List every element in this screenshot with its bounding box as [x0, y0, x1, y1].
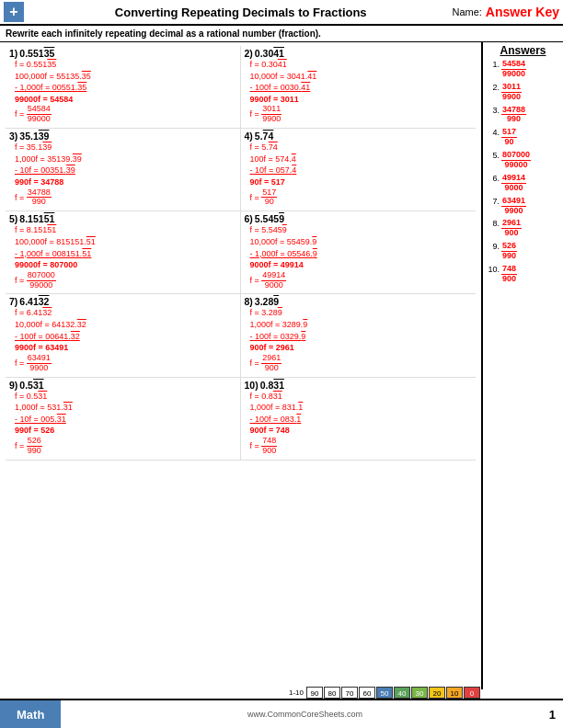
prob-5-steps: f = 8.15151 100,000f = 815151.51 - 1,000…: [15, 224, 236, 290]
prob-5-num: 5): [9, 213, 17, 224]
answer-8-denom: 900: [504, 229, 520, 238]
score-80: 80: [324, 687, 340, 699]
prob-2-steps: f = 0.3041 10,000f = 3041.41 - 100f = 00…: [250, 59, 473, 124]
page: Converting Repeating Decimals to Fractio…: [0, 0, 563, 728]
score-60: 60: [359, 687, 375, 699]
problem-1: 1) 0.55135 f = 0.55135 100,000f = 55135.…: [6, 46, 241, 129]
answer-10-num: 10.: [487, 265, 500, 275]
prob-1-steps: f = 0.55135 100,000f = 55135.35 - 1,000f…: [15, 59, 236, 124]
answer-item-10: 10. 748 900: [487, 265, 559, 284]
logo-icon: [4, 2, 24, 22]
prob-8-num: 8): [245, 296, 253, 307]
answers-column: Answers 1. 54584 99000 2. 3011 9900 3. 3…: [482, 42, 563, 689]
answer-9-num: 9.: [487, 242, 500, 252]
answer-10-denom: 900: [501, 275, 517, 284]
answer-2-frac: 3011 9900: [501, 83, 522, 102]
answer-6-num: 6.: [487, 174, 500, 184]
answer-1-frac: 54584 99000: [501, 60, 526, 79]
footer-page: 1: [549, 708, 556, 722]
answer-5-frac: 807000 99000: [501, 151, 531, 170]
prob-9-decimal: 0.531: [19, 380, 43, 391]
score-50: 50: [376, 687, 393, 699]
problem-4: 4) 5.74 f = 5.74 100f = 574.4 - 10f = 05…: [241, 129, 477, 211]
footer-website: www.CommonCoreSheets.com: [61, 710, 548, 719]
answer-10-frac: 748 900: [501, 265, 517, 284]
prob-6-decimal: 5.5459: [255, 213, 284, 224]
score-30: 30: [411, 687, 428, 699]
problem-7: 7) 6.4132 f = 6.4132 10,000f = 64132.32 …: [6, 294, 241, 377]
answer-item-6: 6. 49914 9000: [487, 174, 559, 193]
prob-4-steps: f = 5.74 100f = 574.4 - 10f = 057.4 90f …: [250, 142, 473, 207]
answer-7-num: 7.: [487, 197, 500, 207]
answer-8-frac: 2961 900: [501, 219, 522, 238]
answer-key-label: Answer Key: [486, 5, 559, 19]
answer-3-num: 3.: [487, 106, 500, 116]
prob-10-num: 10): [245, 380, 259, 391]
score-90: 90: [306, 687, 323, 699]
problems-grid: 1) 0.55135 f = 0.55135 100,000f = 55135.…: [6, 46, 476, 461]
prob-9-steps: f = 0.531 1,000f = 531.31 - 10f = 005.31…: [15, 391, 236, 456]
answer-2-denom: 9900: [501, 93, 522, 102]
answer-item-7: 7. 63491 9900: [487, 197, 559, 216]
prob-1-decimal: 0.55135: [19, 48, 54, 59]
answer-7-numer: 63491: [501, 197, 526, 207]
prob-10-steps: f = 0.831 1,000f = 831.1 - 100f = 083.1 …: [250, 391, 473, 456]
answer-item-3: 3. 34788 990: [487, 106, 559, 125]
answer-9-denom: 990: [501, 252, 517, 261]
answer-item-9: 9. 526 990: [487, 242, 559, 261]
score-10: 10: [446, 687, 463, 699]
main-content: 1) 0.55135 f = 0.55135 100,000f = 55135.…: [0, 42, 563, 689]
score-range-label: 1-10: [289, 688, 304, 697]
answer-3-frac: 34788 990: [501, 106, 526, 125]
prob-10-decimal: 0.831: [260, 380, 284, 391]
header: Converting Repeating Decimals to Fractio…: [0, 0, 563, 26]
score-20: 20: [429, 687, 445, 699]
page-title: Converting Repeating Decimals to Fractio…: [29, 6, 452, 19]
answer-4-num: 4.: [487, 128, 500, 138]
prob-7-decimal: 6.4132: [19, 296, 49, 307]
score-row: 1-10 90 80 70 60 50 40 30 20 10 0: [0, 687, 563, 699]
prob-4-decimal: 5.74: [255, 131, 273, 142]
answer-item-1: 1. 54584 99000: [487, 60, 559, 79]
prob-5-decimal: 8.15151: [19, 213, 54, 224]
answers-header: Answers: [487, 44, 559, 57]
answer-3-denom: 990: [506, 115, 522, 124]
prob-8-steps: f = 3.289 1,000f = 3289.9 - 100f = 0329.…: [250, 307, 473, 372]
answer-1-num: 1.: [487, 60, 500, 70]
answer-6-denom: 9000: [504, 184, 524, 193]
prob-3-decimal: 35.139: [19, 131, 49, 142]
prob-3-steps: f = 35.139 1,000f = 35139.39 - 10f = 003…: [15, 142, 236, 207]
problem-8: 8) 3.289 f = 3.289 1,000f = 3289.9 - 100…: [241, 294, 477, 377]
answer-8-num: 8.: [487, 219, 500, 229]
answer-6-frac: 49914 9000: [501, 174, 526, 193]
problem-6: 6) 5.5459 f = 5.5459 10,000f = 55459.9 -…: [241, 211, 477, 294]
answer-5-denom: 99000: [504, 161, 529, 170]
problem-9: 9) 0.531 f = 0.531 1,000f = 531.31 - 10f…: [6, 378, 241, 461]
prob-2-decimal: 0.3041: [255, 48, 284, 59]
answer-7-denom: 9900: [504, 207, 524, 216]
prob-8-decimal: 3.289: [255, 296, 279, 307]
prob-2-num: 2): [245, 48, 253, 59]
prob-3-num: 3): [9, 131, 17, 142]
prob-4-num: 4): [245, 131, 253, 142]
answer-5-num: 5.: [487, 151, 500, 161]
answer-4-frac: 517 90: [501, 128, 517, 147]
problem-2: 2) 0.3041 f = 0.3041 10,000f = 3041.41 -…: [241, 46, 477, 129]
prob-7-steps: f = 6.4132 10,000f = 64132.32 - 100f = 0…: [15, 307, 236, 372]
score-0: 0: [464, 687, 480, 699]
problem-10: 10) 0.831 f = 0.831 1,000f = 831.1 - 100…: [241, 378, 477, 461]
answer-1-denom: 99000: [501, 70, 526, 79]
answer-7-frac: 63491 9900: [501, 197, 526, 216]
score-40: 40: [394, 687, 410, 699]
prob-6-num: 6): [245, 213, 253, 224]
instruction-text: Rewrite each infinitely repeating decima…: [0, 26, 563, 42]
prob-6-steps: f = 5.5459 10,000f = 55459.9 - 1,000f = …: [250, 224, 473, 290]
problem-5: 5) 8.15151 f = 8.15151 100,000f = 815151…: [6, 211, 241, 294]
problems-area: 1) 0.55135 f = 0.55135 100,000f = 55135.…: [0, 42, 482, 689]
answer-item-5: 5. 807000 99000: [487, 151, 559, 170]
answer-9-frac: 526 990: [501, 242, 517, 261]
prob-7-num: 7): [9, 296, 17, 307]
answer-item-4: 4. 517 90: [487, 128, 559, 147]
footer-math-label: Math: [0, 700, 61, 728]
problem-3: 3) 35.139 f = 35.139 1,000f = 35139.39 -…: [6, 129, 241, 211]
